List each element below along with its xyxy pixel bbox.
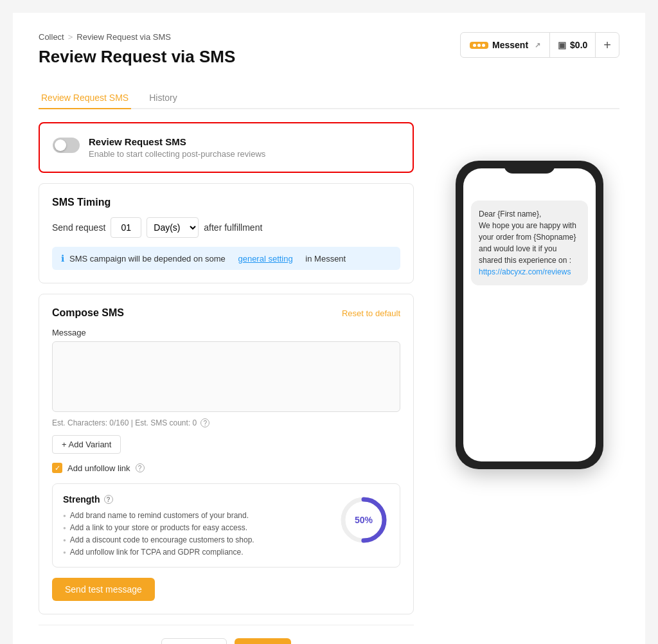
toggle-title: Review Request SMS — [89, 136, 265, 147]
phone-notch — [504, 161, 555, 174]
add-variant-button[interactable]: + Add Variant — [52, 435, 121, 454]
strength-item-1: Add brand name to remind customers of yo… — [63, 511, 328, 520]
strength-progress-circle: 50% — [338, 494, 389, 546]
breadcrumb-separator: > — [68, 32, 73, 42]
breadcrumb: Collect > Review Request via SMS — [39, 32, 235, 42]
message-textarea[interactable] — [52, 341, 400, 412]
cancel-button[interactable]: Cancel — [161, 638, 227, 644]
save-button[interactable]: Save — [235, 638, 291, 644]
toggle-card: Review Request SMS Enable to start colle… — [39, 122, 414, 173]
main-layout: Review Request SMS Enable to start colle… — [39, 122, 619, 644]
breadcrumb-parent[interactable]: Collect — [39, 32, 64, 42]
toggle-track — [53, 138, 80, 153]
toggle-label-group: Review Request SMS Enable to start colle… — [89, 136, 265, 159]
strength-item-3: Add a discount code to encourage custome… — [63, 535, 328, 544]
reset-to-default-link[interactable]: Reset to default — [342, 309, 400, 318]
strength-card: Strength ? Add brand name to remind cust… — [52, 483, 400, 568]
messent-dots-icon — [470, 42, 488, 49]
after-fulfillment-label: after fulfillment — [204, 222, 262, 233]
strength-item-2: Add a link to your store or products for… — [63, 523, 328, 532]
messent-brand[interactable]: Messent ↗ — [461, 33, 550, 57]
strength-list: Add brand name to remind customers of yo… — [63, 511, 328, 557]
tab-review-request-sms[interactable]: Review Request SMS — [39, 87, 131, 109]
messent-balance: ▣ $0.0 — [550, 33, 596, 57]
dot-1 — [473, 44, 476, 47]
timing-unit-select[interactable]: Day(s) Hour(s) — [147, 217, 199, 238]
tabs: Review Request SMS History — [39, 87, 619, 109]
unfollow-label: Add unfollow link — [67, 463, 130, 473]
left-header: Collect > Review Request via SMS Review … — [39, 32, 235, 77]
phone-screen: Dear {First name},We hope you are happy … — [463, 168, 596, 461]
toggle-subtitle: Enable to start collecting post-purchase… — [89, 149, 265, 159]
header-row: Collect > Review Request via SMS Review … — [39, 32, 619, 77]
bottom-bar: Cancel Save — [39, 625, 414, 644]
compose-header: Compose SMS Reset to default — [52, 307, 400, 319]
strength-percentage: 50% — [355, 515, 373, 525]
strength-item-4: Add unfollow link for TCPA and GDPR comp… — [63, 548, 328, 557]
page-title: Review Request via SMS — [39, 47, 235, 67]
strength-content: Strength ? Add brand name to remind cust… — [63, 494, 328, 557]
info-banner: ℹ SMS campaign will be depended on some … — [52, 247, 400, 270]
info-text: SMS campaign will be depended on some — [69, 254, 226, 264]
dot-3 — [482, 44, 485, 47]
strength-title: Strength ? — [63, 494, 328, 505]
balance-value: $0.0 — [570, 40, 587, 50]
external-link-icon: ↗ — [535, 41, 540, 49]
phone-mockup: Dear {First name},We hope you are happy … — [456, 161, 603, 469]
compose-sms-card: Compose SMS Reset to default Message Est… — [39, 294, 414, 614]
sms-preview-bubble: Dear {First name},We hope you are happy … — [471, 201, 588, 285]
review-sms-toggle[interactable] — [53, 138, 80, 153]
message-label: Message — [52, 328, 400, 337]
messent-widget: Messent ↗ ▣ $0.0 + — [460, 32, 619, 58]
sms-timing-card: SMS Timing Send request Day(s) Hour(s) a… — [39, 183, 414, 283]
dot-2 — [477, 44, 481, 47]
strength-help-icon[interactable]: ? — [104, 495, 113, 504]
general-setting-link[interactable]: general setting — [238, 254, 292, 264]
sms-timing-title: SMS Timing — [52, 197, 400, 208]
unfollow-row: Add unfollow link ? — [52, 463, 400, 473]
page-wrapper: Collect > Review Request via SMS Review … — [13, 13, 645, 644]
left-panel: Review Request SMS Enable to start colle… — [39, 122, 414, 644]
messent-plus-button[interactable]: + — [596, 33, 619, 57]
toggle-thumb — [55, 139, 66, 151]
sms-preview-link: https://abcyxz.com/reviews — [479, 267, 571, 276]
info-icon: ℹ — [61, 253, 64, 264]
unfollow-checkbox[interactable] — [52, 463, 62, 473]
toggle-row: Review Request SMS Enable to start colle… — [53, 136, 400, 159]
unfollow-help-icon[interactable]: ? — [136, 463, 145, 472]
messent-name: Messent — [492, 40, 528, 50]
sms-preview-text: Dear {First name},We hope you are happy … — [479, 210, 576, 265]
right-panel: Dear {First name},We hope you are happy … — [440, 122, 619, 469]
send-test-message-button[interactable]: Send test message — [52, 578, 155, 601]
tab-history[interactable]: History — [147, 87, 180, 109]
timing-value-input[interactable] — [111, 217, 141, 238]
wallet-icon: ▣ — [558, 40, 566, 50]
compose-sms-title: Compose SMS — [52, 307, 124, 319]
breadcrumb-current: Review Request via SMS — [76, 32, 171, 42]
char-count: Est. Characters: 0/160 | Est. SMS count:… — [52, 418, 400, 427]
send-request-label: Send request — [52, 222, 105, 233]
timing-row: Send request Day(s) Hour(s) after fulfil… — [52, 217, 400, 238]
char-count-help-icon[interactable]: ? — [200, 418, 209, 427]
info-text-after: in Messent — [305, 254, 346, 264]
